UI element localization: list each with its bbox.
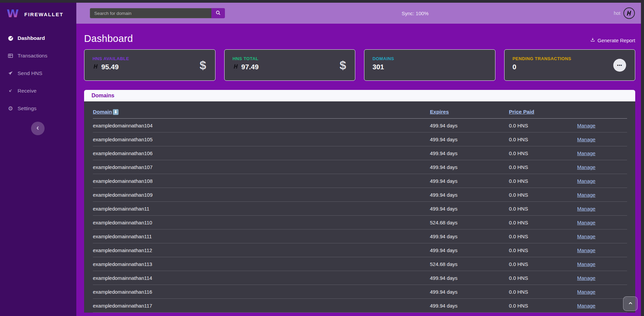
manage-link[interactable]: Manage [577,206,595,212]
column-header-domain[interactable]: Domain⬇ [93,109,119,115]
stat-value: 301 [372,63,384,71]
price-cell: 0.0 HNS [509,123,577,128]
generate-report-button[interactable]: Generate Report [590,37,635,44]
manage-link[interactable]: Manage [577,164,595,170]
firewallet-logo-icon: W [7,7,21,21]
domains-table-body: exampledomainnathan104 499.94 days 0.0 H… [93,119,627,313]
manage-link[interactable]: Manage [577,137,595,142]
download-icon [590,37,595,44]
domain-cell: exampledomainnathan116 [93,289,430,295]
brand: W FIREWALLET [0,3,76,25]
manage-link[interactable]: Manage [577,220,595,225]
stat-label: PENDING TRANSACTIONS [513,56,627,61]
manage-link[interactable]: Manage [577,289,595,295]
table-row: exampledomainnathan11 499.94 days 0.0 HN… [93,202,627,216]
expires-cell: 499.94 days [430,137,509,142]
expires-cell: 499.94 days [430,150,509,156]
domain-cell: exampledomainnathan105 [93,137,430,142]
tachometer-icon [7,35,14,42]
expires-cell: 499.94 days [430,247,509,253]
page-title: Dashboard [84,33,133,44]
stat-cards: HNS AVAILABLE 95.49 $ HNS TOTAL [84,49,635,81]
price-cell: 0.0 HNS [509,192,577,198]
manage-link[interactable]: Manage [577,150,595,156]
domain-cell: exampledomainnathan114 [93,275,430,281]
sidebar-item-transactions[interactable]: Transactions [0,47,76,65]
expires-cell: 499.94 days [430,178,509,184]
sidebar-item-settings[interactable]: ⚙ Settings [0,100,76,117]
price-cell: 0.0 HNS [509,220,577,225]
domain-cell: exampledomainnathan108 [93,178,430,184]
generate-report-label: Generate Report [597,38,635,43]
price-cell: 0.0 HNS [509,137,577,142]
scroll-top-button[interactable] [623,296,638,311]
table-row: exampledomainnathan104 499.94 days 0.0 H… [93,119,627,132]
stat-label: HNS TOTAL [233,56,347,61]
price-cell: 0.0 HNS [509,178,577,184]
sidebar-item-label: Settings [18,105,36,112]
price-cell: 0.0 HNS [509,247,577,253]
domain-search [90,8,225,18]
sidebar-item-dashboard[interactable]: Dashboard [0,29,76,47]
hns-logo-icon [233,63,239,71]
domain-cell: exampledomainnathan112 [93,247,430,253]
dollar-icon: $ [200,58,206,72]
stat-value: 95.49 [101,63,119,71]
table-row: exampledomainnathan106 499.94 days 0.0 H… [93,146,627,160]
expires-cell: 499.94 days [430,164,509,170]
manage-link[interactable]: Manage [577,275,595,281]
domain-cell: exampledomainnathan107 [93,164,430,170]
domain-cell: exampledomainnathan110 [93,220,430,225]
table-row: exampledomainnathan113 524.68 days 0.0 H… [93,257,627,271]
ellipsis-icon: ••• [617,63,622,68]
search-input[interactable] [90,8,211,18]
paper-plane-icon [7,70,14,76]
price-cell: 0.0 HNS [509,275,577,281]
sort-descending-icon: ⬇ [113,109,119,115]
manage-link[interactable]: Manage [577,192,595,198]
domains-panel: Domains Domain⬇ Expires Price Paid examp… [84,90,635,313]
sidebar-item-label: Transactions [18,53,47,59]
price-cell: 0.0 HNS [509,303,577,309]
expires-cell: 499.94 days [430,123,509,128]
manage-link[interactable]: Manage [577,261,595,267]
stat-card-hns-available: HNS AVAILABLE 95.49 $ [84,49,215,81]
manage-link[interactable]: Manage [577,123,595,128]
table-row: exampledomainnathan116 499.94 days 0.0 H… [93,285,627,299]
table-icon [7,53,14,59]
stat-value: 97.49 [241,63,259,71]
sidebar-item-receive[interactable]: Receive [0,82,76,100]
expires-cell: 524.68 days [430,220,509,225]
expires-cell: 499.94 days [430,234,509,239]
domain-cell: exampledomainnathan11 [93,206,430,212]
domain-cell: exampledomainnathan117 [93,303,430,309]
manage-link[interactable]: Manage [577,303,595,309]
search-button[interactable] [211,8,225,18]
sidebar-collapse-button[interactable] [31,122,45,135]
handshake-logo-button[interactable] [623,7,635,19]
expires-cell: 499.94 days [430,303,509,309]
sync-status: Sync: 100% [402,10,429,16]
table-row: exampledomainnathan114 499.94 days 0.0 H… [93,271,627,285]
domain-cell: exampledomainnathan106 [93,150,430,156]
pending-transactions-menu-button[interactable]: ••• [613,59,626,72]
sidebar-item-send-hns[interactable]: Send HNS [0,65,76,82]
expires-cell: 524.68 days [430,261,509,267]
app-window: W FIREWALLET Dashboard [0,0,644,316]
dashboard-page: Dashboard Generate Report HNS AVAILABLE [76,24,641,316]
table-row: exampledomainnathan112 499.94 days 0.0 H… [93,243,627,257]
manage-link[interactable]: Manage [577,178,595,184]
stat-card-domains: DOMAINS 301 [364,49,495,81]
stat-label: HNS AVAILABLE [93,56,207,61]
arrow-down-left-icon [7,88,14,94]
column-header-expires[interactable]: Expires [430,109,449,115]
column-header-price-paid[interactable]: Price Paid [509,109,534,115]
manage-link[interactable]: Manage [577,234,595,239]
sidebar-nav: Dashboard Transactions [0,29,76,117]
search-icon [215,10,221,17]
dollar-icon: $ [340,58,346,72]
manage-link[interactable]: Manage [577,247,595,253]
domain-cell: exampledomainnathan113 [93,261,430,267]
table-row: exampledomainnathan105 499.94 days 0.0 H… [93,132,627,146]
topbar: Sync: 100% hot [76,3,641,24]
